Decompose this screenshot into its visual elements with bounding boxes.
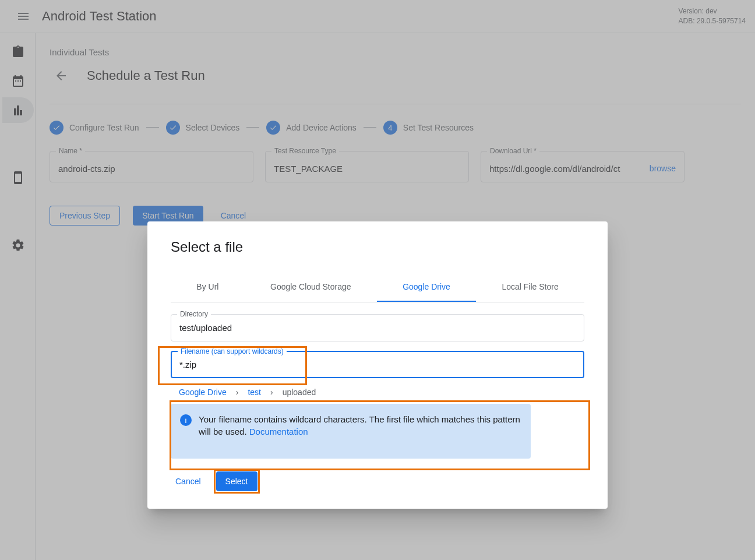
modal-select-button[interactable]: Select: [216, 471, 257, 491]
select-file-modal: Select a file By Url Google Cloud Storag…: [147, 221, 608, 509]
modal-tabs: By Url Google Cloud Storage Google Drive…: [171, 273, 584, 302]
tab-gcs[interactable]: Google Cloud Storage: [245, 273, 377, 302]
info-text: Your filename contains wildcard characte…: [199, 413, 521, 438]
tab-gdrive[interactable]: Google Drive: [377, 273, 476, 302]
breadcrumb-gdrive[interactable]: Google Drive: [179, 388, 227, 397]
chevron-right-icon: ›: [270, 388, 273, 397]
modal-overlay[interactable]: Select a file By Url Google Cloud Storag…: [0, 0, 755, 560]
info-banner: i Your filename contains wildcard charac…: [171, 404, 531, 459]
modal-cancel-button[interactable]: Cancel: [171, 472, 206, 491]
tab-local[interactable]: Local File Store: [476, 273, 584, 302]
info-icon: i: [180, 414, 192, 426]
documentation-link[interactable]: Documentation: [249, 427, 308, 436]
filename-field[interactable]: Filename (can support wildcards) *.zip: [171, 351, 584, 378]
directory-field[interactable]: Directory test/uploaded: [171, 314, 584, 341]
breadcrumb: Google Drive › test › uploaded: [179, 388, 584, 397]
tab-by-url[interactable]: By Url: [171, 273, 245, 302]
modal-title: Select a file: [171, 239, 584, 255]
chevron-right-icon: ›: [236, 388, 239, 397]
breadcrumb-test[interactable]: test: [248, 388, 261, 397]
breadcrumb-uploaded: uploaded: [283, 388, 316, 397]
